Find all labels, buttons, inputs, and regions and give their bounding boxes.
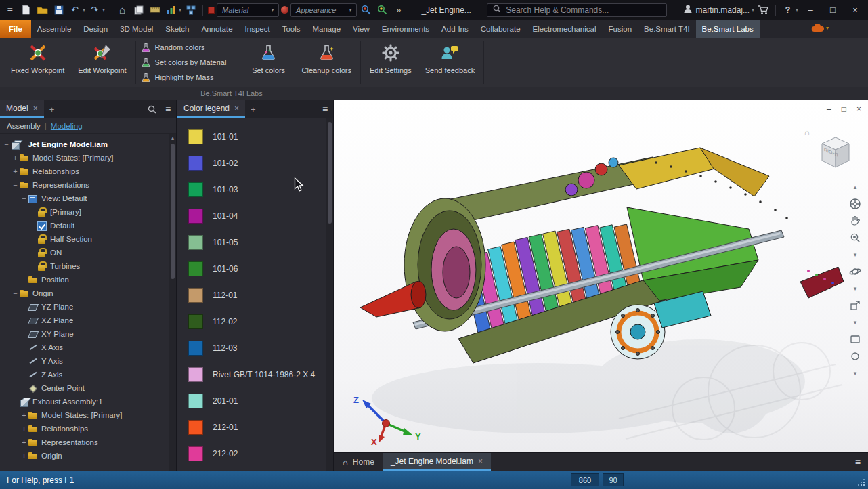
tree-expander-icon[interactable]: −	[3, 141, 10, 148]
ribbon-tab-assemble[interactable]: Assemble	[31, 20, 78, 38]
color-swatch[interactable]	[188, 446, 203, 461]
panel-menu-icon[interactable]: ≡	[160, 100, 176, 118]
tree-expander-icon[interactable]: +	[20, 425, 28, 433]
chevron-down-icon[interactable]: ▾	[848, 366, 863, 380]
tree-item[interactable]: XY Plane	[0, 327, 176, 341]
tree-expander-icon[interactable]: +	[20, 412, 28, 419]
cloud-sync-button[interactable]: ▾	[810, 23, 829, 33]
document-tab-jet-engine-model[interactable]: _Jet Engine Model.iam ×	[383, 453, 491, 471]
sketch-box-icon[interactable]	[848, 333, 863, 346]
appearance-select[interactable]: Appearance▾	[290, 3, 357, 17]
legend-item[interactable]: 112-02	[188, 308, 333, 335]
color-swatch[interactable]	[188, 288, 203, 303]
tree-item[interactable]: Position	[0, 273, 176, 286]
steering-wheel-icon[interactable]	[848, 197, 863, 211]
color-swatch[interactable]	[188, 156, 203, 171]
maximize-button[interactable]: □	[823, 0, 843, 20]
color-swatch[interactable]	[188, 129, 203, 144]
orbit-icon[interactable]	[848, 265, 863, 278]
copy-button[interactable]	[131, 3, 146, 18]
zoom-icon[interactable]	[848, 231, 863, 244]
tree-expander-icon[interactable]: −	[12, 182, 19, 189]
set-colors-by-material-button[interactable]: Set colors by Material	[141, 56, 242, 70]
highlight-by-mass-button[interactable]: Highlight by Mass	[141, 70, 242, 85]
ribbon-tab-inspect[interactable]: Inspect	[239, 20, 276, 38]
legend-item[interactable]: 101-01	[188, 123, 333, 150]
undo-dropdown-icon[interactable]: ▾	[83, 7, 85, 13]
close-icon[interactable]: ×	[234, 104, 239, 113]
search-icon[interactable]	[144, 100, 160, 118]
random-colors-button[interactable]: Random colors	[141, 41, 242, 55]
chevron-down-icon[interactable]: ▾	[848, 282, 863, 295]
tree-item[interactable]: ON	[0, 246, 176, 259]
close-icon[interactable]: ×	[478, 456, 483, 466]
tree-item[interactable]: +Origin	[0, 449, 176, 463]
open-button[interactable]	[35, 3, 49, 18]
circle-tool-icon[interactable]	[848, 349, 863, 363]
cleanup-colors-button[interactable]: Cleanup colors	[295, 38, 358, 87]
minimize-button[interactable]: –	[800, 0, 821, 20]
viewport[interactable]: – □ × ⌂ RIGHT ▴▾▾▾▾	[334, 100, 868, 471]
pan-hand-icon[interactable]	[848, 214, 863, 228]
tree-item[interactable]: +Model States: [Primary]	[0, 151, 176, 165]
legend-item[interactable]: 201-01	[188, 387, 333, 414]
viewcube-home-icon[interactable]: ⌂	[804, 127, 810, 137]
user-account-button[interactable]: martin.madaj... ▾	[683, 4, 754, 16]
tree-item[interactable]: −Origin	[0, 286, 176, 300]
legend-item[interactable]: Rivet GB/T 1014-1986-2 X 4	[188, 361, 333, 387]
tree-item[interactable]: Half Section	[0, 232, 176, 246]
color-swatch[interactable]	[188, 394, 203, 408]
material-select[interactable]: Material▾	[217, 3, 279, 17]
tree-item[interactable]: XZ Plane	[0, 314, 176, 327]
legend-item[interactable]: 112-03	[188, 335, 333, 361]
send-feedback-button[interactable]: Send feedback	[418, 38, 481, 87]
doc-restore-icon[interactable]: □	[842, 104, 846, 114]
scrollbar-thumb[interactable]	[328, 122, 332, 224]
ribbon-tab-tools[interactable]: Tools	[276, 20, 307, 38]
legend-item[interactable]: 101-03	[188, 176, 333, 203]
tree-expander-icon[interactable]: +	[12, 154, 19, 162]
adjust-color-icon[interactable]	[375, 3, 389, 18]
tree-item[interactable]: [Primary]	[0, 205, 176, 219]
ribbon-tab-be-smart-labs[interactable]: Be.Smart Labs	[696, 20, 760, 38]
home-tab[interactable]: ⌂ Home	[334, 453, 383, 471]
cart-icon[interactable]	[756, 3, 771, 18]
tree-item[interactable]: Y Axis	[0, 354, 176, 368]
color-swatch[interactable]	[188, 314, 203, 329]
ribbon-tab-fusion[interactable]: Fusion	[603, 20, 638, 38]
home-button[interactable]: ⌂	[115, 3, 129, 18]
tree-expander-icon[interactable]: +	[20, 439, 28, 446]
tree-item[interactable]: Turbines	[0, 259, 176, 273]
mode-assembly[interactable]: Assembly	[7, 122, 41, 130]
chevron-up-icon[interactable]: ▴	[848, 180, 863, 194]
ribbon-tab-file[interactable]: File	[0, 20, 31, 38]
scroll-up-icon[interactable]: ▴	[169, 135, 176, 141]
legend-item[interactable]: 101-06	[188, 255, 333, 282]
help-button[interactable]: ?	[781, 3, 795, 18]
tree-item[interactable]: X Axis	[0, 341, 176, 354]
ribbon-tab-sketch[interactable]: Sketch	[159, 20, 195, 38]
panel-menu-icon[interactable]: ≡	[317, 100, 333, 118]
ribbon-tab-3d-model[interactable]: 3D Model	[114, 20, 159, 38]
model-tree-scrollbar[interactable]: ▴	[169, 134, 176, 471]
tree-expander-icon[interactable]: −	[12, 398, 19, 406]
redo-button[interactable]: ↷	[87, 3, 102, 18]
add-tab-icon[interactable]: +	[44, 100, 60, 118]
tree-item[interactable]: +Model States: [Primary]	[0, 408, 176, 422]
color-swatch[interactable]	[188, 209, 203, 224]
scrollbar-thumb[interactable]	[171, 144, 175, 279]
close-button[interactable]: ×	[845, 0, 865, 20]
add-tab-icon[interactable]: +	[245, 100, 261, 118]
chevron-down-icon[interactable]: ▾	[848, 248, 863, 261]
ribbon-tab-manage[interactable]: Manage	[307, 20, 347, 38]
tree-item[interactable]: −View: Default	[0, 192, 176, 205]
viewcube[interactable]: ⌂ RIGHT	[814, 130, 857, 175]
mode-modeling[interactable]: Modeling	[51, 122, 83, 130]
chevron-down-icon[interactable]: ▾	[848, 316, 863, 329]
ribbon-tab-electromechanical[interactable]: Electromechanical	[527, 20, 603, 38]
doc-minimize-icon[interactable]: –	[827, 104, 831, 114]
color-swatch[interactable]	[188, 261, 203, 276]
chart-dropdown-icon[interactable]: ▾	[179, 7, 181, 13]
legend-item[interactable]: 101-02	[188, 150, 333, 176]
look-at-icon[interactable]	[848, 299, 863, 312]
